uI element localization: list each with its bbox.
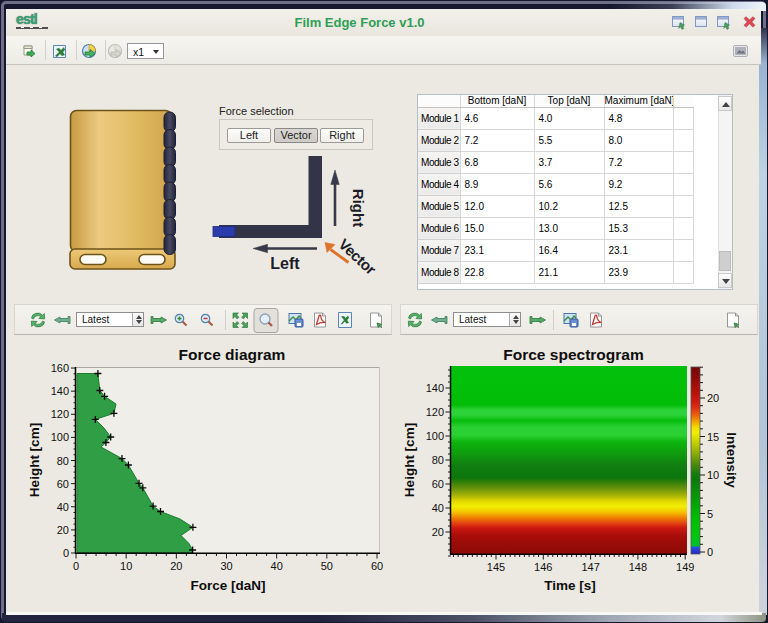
svg-text:40: 40 [271,560,283,572]
svg-text:120: 120 [51,408,69,420]
svg-text:5: 5 [707,508,713,520]
svg-text:40: 40 [432,502,444,514]
svg-text:Left: Left [270,255,300,272]
svg-text:100: 100 [426,430,444,442]
svg-text:145: 145 [487,561,505,573]
svg-text:60: 60 [432,478,444,490]
svg-text:60: 60 [371,560,383,572]
svg-text:20: 20 [57,524,69,536]
svg-text:149: 149 [676,561,694,573]
svg-text:40: 40 [57,501,69,513]
svg-text:120: 120 [426,406,444,418]
svg-text:20: 20 [170,560,182,572]
svg-text:Height [cm]: Height [cm] [27,423,42,497]
svg-text:148: 148 [629,561,647,573]
svg-text:30: 30 [220,560,232,572]
svg-text:160: 160 [51,362,69,374]
svg-text:Force [daN]: Force [daN] [190,578,265,593]
svg-text:50: 50 [321,560,333,572]
svg-text:10: 10 [707,469,719,481]
svg-text:60: 60 [57,478,69,490]
svg-text:Height [cm]: Height [cm] [402,423,417,497]
svg-text:Force diagram: Force diagram [179,346,286,363]
svg-text:140: 140 [426,382,444,394]
svg-text:Intensity: Intensity [724,432,739,488]
svg-text:140: 140 [51,385,69,397]
svg-text:Force spectrogram: Force spectrogram [503,346,643,363]
svg-text:0: 0 [63,547,69,559]
svg-text:10: 10 [120,560,132,572]
svg-text:15: 15 [707,431,719,443]
svg-text:0: 0 [707,546,713,558]
svg-text:Right: Right [350,189,367,227]
svg-text:80: 80 [57,455,69,467]
svg-text:20: 20 [432,526,444,538]
svg-text:80: 80 [432,454,444,466]
svg-text:147: 147 [581,561,599,573]
svg-text:Time [s]: Time [s] [544,578,596,593]
svg-text:100: 100 [51,431,69,443]
svg-text:20: 20 [707,392,719,404]
svg-text:146: 146 [534,561,552,573]
svg-text:0: 0 [73,560,79,572]
